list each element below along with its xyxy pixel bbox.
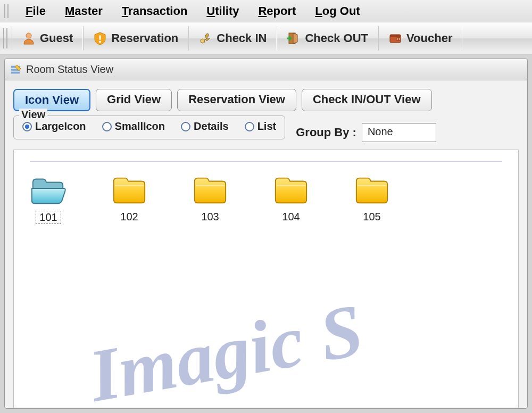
room-item-101[interactable]: 101	[30, 175, 67, 224]
radio-smallicon[interactable]: SmallIcon	[102, 120, 165, 133]
wallet-icon	[388, 31, 402, 45]
checkin-button-label: Check IN	[217, 31, 267, 45]
view-mode-legend: View	[19, 109, 47, 121]
folder-closed-icon	[353, 175, 390, 205]
controls-row: View LargeIcon SmallIcon Details	[13, 115, 519, 142]
menu-file[interactable]: File	[16, 2, 55, 20]
menu-utility[interactable]: Utility	[197, 2, 248, 20]
wrench-icon	[198, 31, 212, 45]
group-by-select[interactable]: None	[362, 123, 436, 142]
radio-list[interactable]: List	[245, 120, 277, 133]
checkout-button[interactable]: Check OUT	[277, 26, 378, 51]
group-by-label: Group By :	[296, 126, 356, 139]
panel-body: Icon View Grid View Reservation View Che…	[5, 80, 527, 408]
radio-list-label: List	[257, 120, 277, 133]
watermark: Imagic S	[83, 286, 369, 408]
panel-title: Room Status View	[26, 63, 113, 76]
menu-report[interactable]: Report	[248, 2, 305, 20]
shield-warning-icon	[93, 31, 107, 45]
folder-closed-icon	[192, 175, 229, 205]
toolbar-grip-icon	[3, 28, 7, 48]
person-icon	[22, 31, 36, 45]
room-item-103[interactable]: 103	[192, 175, 229, 224]
radio-largeicon[interactable]: LargeIcon	[22, 120, 86, 133]
reservation-button[interactable]: Reservation	[83, 26, 188, 51]
radio-dot-icon	[22, 122, 32, 131]
folder-closed-icon	[272, 175, 310, 205]
room-item-105[interactable]: 105	[353, 175, 390, 224]
radio-dot-icon	[102, 122, 112, 131]
room-status-panel: Room Status View Icon View Grid View Res…	[4, 59, 528, 409]
workspace: Room Status View Icon View Grid View Res…	[0, 54, 532, 413]
panel-titlebar: Room Status View	[5, 59, 527, 80]
panel-title-icon	[10, 64, 22, 76]
reservation-button-label: Reservation	[111, 31, 178, 45]
radio-details-label: Details	[194, 120, 229, 133]
radio-dot-icon	[245, 122, 254, 131]
radio-details[interactable]: Details	[181, 120, 229, 133]
tab-reservation-view[interactable]: Reservation View	[177, 89, 296, 111]
separator	[30, 161, 502, 162]
room-label: 101	[36, 211, 61, 224]
menu-transaction[interactable]: Transaction	[112, 2, 197, 20]
toolbar: Guest Reservation Check IN Check OUT Vou…	[0, 22, 532, 54]
menu-logout[interactable]: Log Out	[305, 2, 369, 20]
room-item-104[interactable]: 104	[272, 175, 310, 224]
tab-grid-view[interactable]: Grid View	[96, 89, 172, 111]
tab-checkinout-view[interactable]: Check IN/OUT View	[302, 89, 432, 111]
group-by: Group By : None	[296, 123, 436, 142]
view-mode-group: View LargeIcon SmallIcon Details	[13, 115, 285, 139]
voucher-button-label: Voucher	[406, 31, 452, 45]
checkin-button[interactable]: Check IN	[188, 26, 277, 51]
room-label: 103	[198, 211, 222, 223]
voucher-button[interactable]: Voucher	[378, 26, 462, 51]
folder-open-icon	[30, 175, 67, 205]
tab-icon-view[interactable]: Icon View	[13, 89, 90, 111]
menubar: File Master Transaction Utility Report L…	[0, 0, 532, 22]
door-exit-icon	[287, 31, 301, 45]
tabs: Icon View Grid View Reservation View Che…	[13, 89, 519, 111]
room-label: 102	[117, 211, 141, 223]
radio-smallicon-label: SmallIcon	[115, 120, 165, 133]
guest-button[interactable]: Guest	[12, 26, 83, 51]
room-list-area: 101 102 103 104	[13, 150, 519, 408]
radio-largeicon-label: LargeIcon	[35, 120, 86, 133]
room-label: 105	[360, 211, 384, 223]
radio-dot-icon	[181, 122, 190, 131]
checkout-button-label: Check OUT	[305, 31, 368, 45]
menubar-grip-icon	[4, 4, 9, 18]
room-folders: 101 102 103 104	[30, 175, 502, 224]
room-item-102[interactable]: 102	[111, 175, 148, 224]
menu-master[interactable]: Master	[55, 2, 112, 20]
room-label: 104	[279, 211, 303, 223]
folder-closed-icon	[111, 175, 148, 205]
guest-button-label: Guest	[40, 31, 73, 45]
